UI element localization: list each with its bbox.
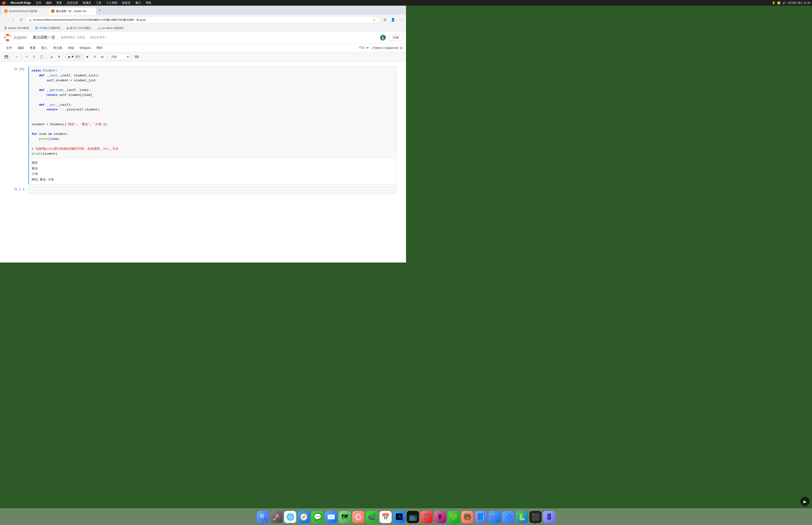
bookmark-label-crm: crm demo 在线演示 <box>101 26 124 30</box>
toolbar-keyboard-button[interactable]: ⌨ <box>133 54 140 60</box>
code-line-11: print(student) <box>32 152 394 156</box>
toolbar-stop-button[interactable]: ■ <box>83 54 91 60</box>
toolbar-save-button[interactable]: 💾 <box>3 54 10 60</box>
jupyter-header: Jupyter 魔法函数一览 最新检查点: 几秒前 （更改未保存） 🐍 注销 <box>0 31 406 44</box>
toolbar-copy-button[interactable]: ⎘ <box>31 54 37 60</box>
menu-tools[interactable]: 工具 <box>95 1 103 5</box>
toolbar-add-button[interactable]: + <box>13 54 20 60</box>
svg-point-3 <box>10 35 11 36</box>
jupyter-filename[interactable]: 魔法函数一览 <box>33 35 55 40</box>
toolbar-run-button[interactable]: ▶ ▶ 运行 <box>66 54 83 60</box>
menu-jupyter-view[interactable]: 查看 <box>27 45 38 51</box>
menu-jupyter-insert[interactable]: 插入 <box>39 45 50 51</box>
code-comment-1: # 当使用print进行实例化对象打印时，自动调用__str__方法 <box>32 147 394 152</box>
code-line-1: class Student: <box>32 69 394 73</box>
code-blank-4 <box>32 117 394 122</box>
jupyter-header-right: 🐍 注销 <box>380 34 402 41</box>
cell-code-1[interactable]: class Student: def __init__(self, studen… <box>29 66 396 158</box>
code-line-3: self.student = student_list <box>32 78 394 83</box>
run-icon: ▶ <box>68 55 71 59</box>
lock-icon: 🔒 <box>29 18 32 21</box>
extensions-button[interactable]: ⚙ <box>382 16 388 23</box>
main-content: Jupyter 魔法函数一览 最新检查点: 几秒前 （更改未保存） 🐍 注销 文… <box>0 31 406 262</box>
jupyter-cancel-button[interactable]: 注销 <box>389 34 402 41</box>
toolbar-movedown-button[interactable]: ▼ <box>56 54 63 60</box>
bookmark-tcp[interactable]: 🌐 TCP的三次握手和... <box>33 26 64 30</box>
bookmark-label-ubuntu: Ubuntu 16.04安装... <box>8 26 31 30</box>
app-name[interactable]: Microsoft Edge <box>10 1 32 4</box>
more-button[interactable]: ⋯ <box>398 16 404 23</box>
url-text: localhost:8888/notebooks/Desktop/Python3… <box>33 18 370 21</box>
menu-jupyter-help[interactable]: 帮助 <box>94 45 105 51</box>
tab-close-2[interactable]: × <box>90 10 93 13</box>
menu-jupyter-widgets[interactable]: Widgets <box>77 45 93 50</box>
bookmarks-bar: 🐧 Ubuntu 16.04安装... 🌐 TCP的三次握手和... 🖥 基于台… <box>0 25 406 31</box>
forward-button[interactable]: › <box>10 16 16 23</box>
toolbar-restart-button[interactable]: ↺ <box>91 54 98 60</box>
kernel-status-circle <box>400 47 402 49</box>
menu-jupyter-kernel[interactable]: 内核 <box>65 45 76 51</box>
tab-favicon-1: 🗂 <box>4 10 7 13</box>
svg-point-2 <box>4 37 6 38</box>
tab-jupyter[interactable]: 📓 魔法函数一览 - Jupyter Notebo... × <box>49 7 96 15</box>
bookmark-favicon-gui: 🖥 <box>66 27 69 30</box>
bookmark-label-tcp: TCP的三次握手和... <box>39 26 62 30</box>
code-line-10: print(item) <box>32 137 394 142</box>
menu-history[interactable]: 历史记录 <box>66 1 79 5</box>
bookmark-label-gui: 基于台 GUI可视化... <box>70 26 93 30</box>
profile-button[interactable]: 👤 <box>389 16 396 23</box>
bookmark-gui[interactable]: 🖥 基于台 GUI可视化... <box>64 26 95 30</box>
tab-bar: 🗂 Desktop/Python3 进阶编程/2... × 📓 魔法函数一览 -… <box>0 6 406 15</box>
new-tab-button[interactable]: + <box>97 7 103 13</box>
cell-1[interactable]: In [3]: class Student: def __init__(self… <box>10 66 397 184</box>
toolbar-cut-button[interactable]: ✂ <box>23 54 30 60</box>
menu-favorites[interactable]: 收藏夹 <box>82 1 92 5</box>
cell-2[interactable]: In [ ]: <box>10 186 397 193</box>
python-logo-icon: 🐍 <box>380 34 386 41</box>
menu-view[interactable]: 查看 <box>56 1 63 5</box>
refresh-button[interactable]: ↺ <box>18 16 25 23</box>
tab-close-1[interactable]: × <box>43 10 47 13</box>
menu-window[interactable]: 窗口 <box>134 1 142 5</box>
tab-favicon-2: 📓 <box>51 10 55 13</box>
address-bar: ‹ › ↺ 🔒 localhost:8888/notebooks/Desktop… <box>0 15 406 25</box>
bookmark-icon[interactable]: ⭐ <box>371 17 377 22</box>
svg-point-0 <box>6 34 10 36</box>
menu-file[interactable]: 文件 <box>35 1 42 5</box>
toolbar-moveup-button[interactable]: ▲ <box>48 54 55 60</box>
bookmark-ubuntu[interactable]: 🐧 Ubuntu 16.04安装... <box>2 26 33 30</box>
jupyter-edit-icon[interactable]: ✏ <box>366 46 369 49</box>
bookmark-favicon-crm: 📊 <box>97 27 100 30</box>
menu-tabs[interactable]: 标签页 <box>121 1 132 5</box>
apple-menu[interactable]: 🍎 <box>2 1 6 5</box>
menu-jupyter-file[interactable]: 文件 <box>4 45 15 51</box>
jupyter-brand: Jupyter <box>13 35 27 40</box>
menu-help[interactable]: 帮助 <box>145 1 152 5</box>
bookmark-crm[interactable]: 📊 crm demo 在线演示 <box>95 26 126 30</box>
toolbar-sep-4 <box>64 55 64 59</box>
back-button[interactable]: ‹ <box>2 16 9 23</box>
cell-code-2[interactable] <box>28 186 396 193</box>
toolbar-paste-button[interactable]: 📋 <box>38 54 45 60</box>
cell-input-area-2[interactable] <box>28 186 397 193</box>
cell-input-area-1[interactable]: class Student: def __init__(self, studen… <box>28 66 397 184</box>
code-blank-6 <box>32 142 394 147</box>
jupyter-kernel-label: | <box>372 46 372 49</box>
menu-edit[interactable]: 编辑 <box>45 1 52 5</box>
output-line-1: 顾安 <box>32 160 394 166</box>
menu-jupyter-cell[interactable]: 单元格 <box>51 45 65 51</box>
output-line-2: 夏洛 <box>32 166 394 171</box>
code-line-5: return self.student[item] <box>32 93 394 98</box>
toolbar-restartall-button[interactable]: ⏭ <box>99 54 106 60</box>
svg-text:🐍: 🐍 <box>381 36 385 40</box>
url-bar[interactable]: 🔒 localhost:8888/notebooks/Desktop/Pytho… <box>26 16 380 23</box>
cell-type-select[interactable]: 代码 Markdown 原始文本 <box>109 54 130 60</box>
menu-profile[interactable]: 个人资料 <box>105 1 119 5</box>
code-blank-1 <box>32 83 394 88</box>
tab-python[interactable]: 🗂 Desktop/Python3 进阶编程/2... × <box>2 7 49 15</box>
code-line-6: def __str__(self): <box>32 103 394 108</box>
jupyter-logo-icon <box>4 34 11 41</box>
menu-jupyter-edit[interactable]: 编辑 <box>16 45 26 51</box>
jupyter-kernel: Python 3 (ipykernel) <box>373 46 402 49</box>
svg-point-1 <box>6 39 10 41</box>
